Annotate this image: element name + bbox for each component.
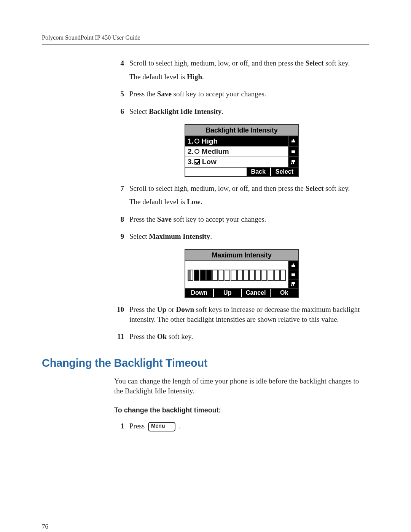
menu-name: Backlight Idle Intensity: [149, 107, 221, 115]
softkey-back: Back: [246, 168, 270, 176]
step-number: 8: [114, 214, 124, 228]
step-number: 4: [114, 58, 124, 85]
softkey-cancel: Cancel: [241, 289, 270, 297]
text: The default level is: [129, 73, 187, 81]
softkey-up: Up: [213, 289, 242, 297]
text: soft key.: [167, 332, 193, 340]
option-number: 1.: [188, 137, 194, 145]
text: soft key to accept your changes.: [172, 215, 266, 223]
default-value: High: [187, 73, 202, 81]
proc-step-1: 1 Press Menu .: [114, 421, 369, 435]
intensity-cell: [194, 270, 199, 281]
option-label: Low: [202, 158, 217, 166]
scroll-down-icon: [289, 157, 298, 166]
softkey-name: Up: [157, 305, 166, 313]
step-number: 10: [114, 305, 124, 328]
option-label: Medium: [202, 147, 229, 156]
text: .: [179, 422, 181, 430]
step-7: 7 Scroll to select high, medium, low, or…: [114, 184, 369, 211]
text: Select: [129, 232, 149, 240]
radio-icon: [194, 139, 199, 144]
softkey-down: Down: [185, 289, 213, 297]
text: Press the: [129, 215, 157, 223]
step-number: 9: [114, 232, 124, 245]
scroll-up-icon: [289, 136, 298, 147]
intensity-cell: [206, 270, 212, 281]
step-number: 11: [114, 332, 124, 345]
softkey-select: Select: [270, 168, 298, 176]
step-9: 9 Select Maximum Intensity.: [114, 232, 369, 245]
softkey-name: Select: [306, 59, 323, 67]
step-8: 8 Press the Save soft key to accept your…: [114, 214, 369, 228]
body-content: 4 Scroll to select high, medium, low, or…: [114, 58, 369, 345]
text: Scroll to select high, medium, low, or o…: [129, 59, 306, 67]
figure-maximum-intensity: Maximum Intensity Down Up Cancel Ok: [185, 249, 299, 298]
menu-button-icon: Menu: [148, 422, 176, 431]
option-low: 3. Low: [185, 157, 288, 167]
intensity-cell: [274, 270, 280, 281]
radio-icon: [194, 149, 199, 154]
page-number: 76: [42, 523, 369, 530]
scroll-mid-icon: [289, 270, 298, 280]
default-value: Low: [187, 198, 201, 206]
softkey-ok: Ok: [270, 289, 298, 297]
step-number: 5: [114, 89, 124, 103]
text: soft key.: [323, 59, 350, 67]
step-6: 6 Select Backlight Idle Intensity.: [114, 107, 369, 120]
intensity-cell: [231, 270, 236, 281]
text: Select: [129, 107, 149, 115]
intensity-cell: [200, 270, 206, 281]
softkey-name: Select: [306, 184, 323, 192]
text: .: [202, 73, 204, 81]
section-heading: Changing the Backlight Timeout: [42, 357, 369, 369]
option-number: 3.: [188, 158, 194, 166]
softkey-name: Ok: [157, 332, 167, 340]
intensity-cell: [237, 270, 243, 281]
text: The default level is: [129, 198, 187, 206]
text: Scroll to select high, medium, low, or o…: [129, 184, 306, 192]
text: soft key.: [323, 184, 350, 192]
procedure-heading: To change the backlight timeout:: [114, 406, 369, 414]
intensity-cell: [188, 270, 193, 281]
text: Press: [129, 422, 145, 430]
figure-backlight-idle-intensity: Backlight Idle Intensity 1. High 2. Medi…: [185, 124, 299, 177]
intensity-cell: [268, 270, 273, 281]
option-medium: 2. Medium: [185, 147, 288, 157]
section-intro: You can change the length of time your p…: [114, 376, 369, 396]
step-11: 11 Press the Ok soft key.: [114, 332, 369, 345]
step-5: 5 Press the Save soft key to accept your…: [114, 89, 369, 103]
scroll-down-icon: [289, 280, 298, 288]
option-label: High: [202, 137, 218, 145]
text: .: [210, 232, 212, 240]
intensity-cell: [249, 270, 255, 281]
softkey-name: Save: [157, 90, 172, 98]
step-4: 4 Scroll to select high, medium, low, or…: [114, 58, 369, 85]
text: .: [201, 198, 202, 206]
softkey-name: Save: [157, 215, 172, 223]
screen-title: Backlight Idle Intensity: [185, 125, 298, 136]
intensity-cell: [261, 270, 267, 281]
intensity-cell: [243, 270, 249, 281]
softkey-name: Down: [176, 305, 194, 313]
text: .: [221, 107, 223, 115]
running-header: Polycom SoundPoint IP 450 User Guide: [42, 34, 369, 41]
option-number: 2.: [188, 147, 194, 156]
option-high: 1. High: [185, 136, 288, 147]
step-number: 7: [114, 184, 124, 211]
intensity-cell: [225, 270, 230, 281]
check-icon: [194, 159, 200, 165]
screen-title: Maximum Intensity: [185, 250, 298, 261]
menu-name: Maximum Intensity: [149, 232, 210, 240]
intensity-cell: [218, 270, 224, 281]
step-number: 1: [114, 421, 124, 435]
text: Press the: [129, 305, 157, 313]
intensity-cell: [212, 270, 218, 281]
intensity-bar: [188, 270, 286, 281]
text: or: [166, 305, 176, 313]
step-number: 6: [114, 107, 124, 120]
intensity-cell: [280, 270, 286, 281]
step-10: 10 Press the Up or Down soft keys to inc…: [114, 305, 369, 328]
text: Press the: [129, 332, 157, 340]
scroll-mid-icon: [289, 147, 298, 157]
intensity-cell: [255, 270, 261, 281]
